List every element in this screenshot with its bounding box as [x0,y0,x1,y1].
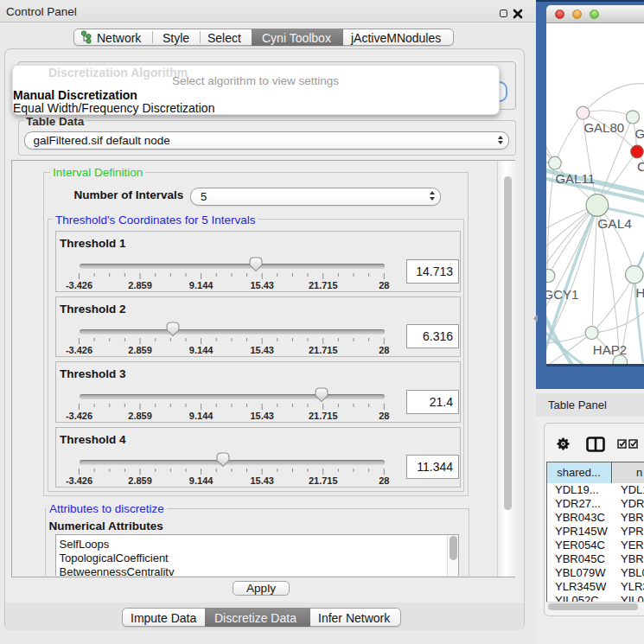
svg-text:GAL80: GAL80 [583,120,624,135]
svg-text:GCY1: GCY1 [546,287,578,302]
svg-text:C: C [637,159,644,174]
svg-text:GA: GA [635,126,644,141]
svg-text:GAL4: GAL4 [597,216,632,231]
svg-text:H: H [635,285,644,300]
svg-text:GAL11: GAL11 [555,171,595,186]
svg-text:HAP2: HAP2 [593,342,627,357]
